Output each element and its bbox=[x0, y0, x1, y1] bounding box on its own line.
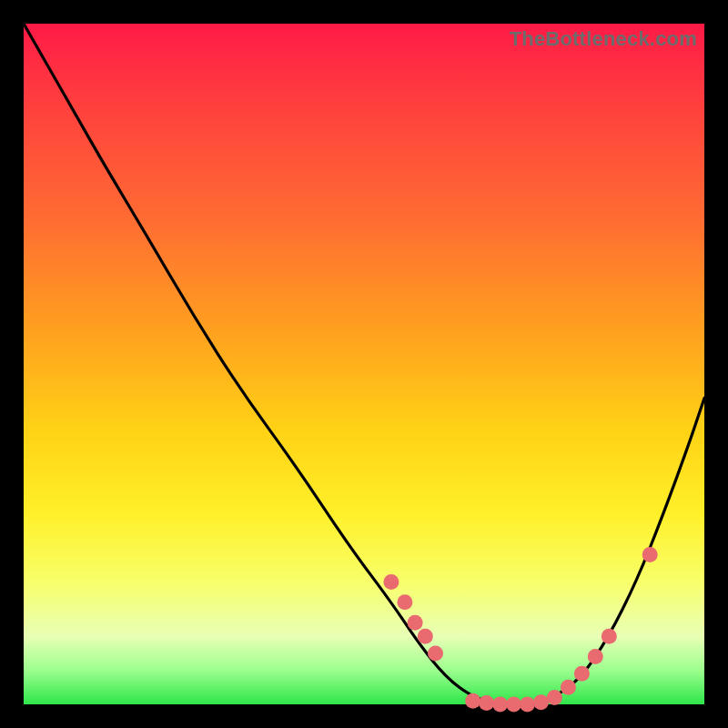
curve-dot bbox=[547, 690, 562, 705]
curve-dot bbox=[520, 697, 535, 713]
curve-dot bbox=[574, 666, 590, 682]
curve-dot bbox=[479, 695, 494, 711]
chart-svg bbox=[24, 24, 704, 704]
curve-dot bbox=[561, 680, 576, 695]
curve-dot bbox=[492, 697, 508, 713]
chart-frame: TheBottleneck.com bbox=[0, 0, 728, 728]
curve-dot bbox=[397, 594, 412, 610]
chart-plot-area: TheBottleneck.com bbox=[24, 24, 704, 704]
curve-dot bbox=[408, 615, 423, 631]
curve-dot bbox=[418, 629, 433, 644]
curve-dot bbox=[588, 649, 603, 664]
curve-dot bbox=[533, 694, 549, 710]
curve-dot bbox=[642, 547, 658, 562]
curve-dot bbox=[428, 645, 443, 661]
curve-dot bbox=[506, 697, 521, 713]
curve-dots-group bbox=[383, 547, 657, 713]
curve-dot bbox=[383, 574, 399, 590]
bottleneck-curve bbox=[24, 24, 704, 704]
curve-dot bbox=[465, 693, 480, 709]
curve-dot bbox=[602, 629, 617, 644]
